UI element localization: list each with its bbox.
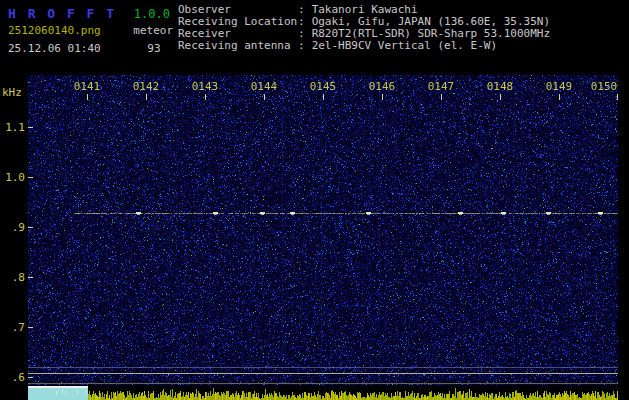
output-filename: 2512060140.png: [8, 24, 101, 37]
signal-level-strip-canvas: [28, 386, 618, 400]
spectrogram-plot: 0141014201430144014501460147014801490150: [28, 75, 618, 385]
info-value: 2el-HB9CV Vertical (el. E-W): [312, 39, 497, 52]
app-title: H R O F F T: [8, 6, 116, 21]
info-row-antenna: Receiving antenna:2el-HB9CV Vertical (el…: [178, 40, 550, 52]
mode-label: meteor: [133, 24, 173, 37]
y-axis-tick-label: .9: [12, 221, 25, 234]
meteor-count: 93: [147, 42, 160, 55]
title-line: H R O F F T 1.0.0: [8, 3, 173, 20]
y-axis-tick-label: 1.0: [5, 171, 25, 184]
app-version: 1.0.0: [134, 7, 170, 21]
hrofft-screen: H R O F F T 1.0.0 2512060140.png meteor …: [0, 0, 629, 400]
y-axis-tick-label: .7: [12, 321, 25, 334]
date-line: 25.12.06 01:40 93: [8, 42, 173, 55]
file-line: 2512060140.png meteor: [8, 24, 173, 37]
header-left: H R O F F T 1.0.0 2512060140.png meteor …: [8, 3, 173, 55]
y-axis-tick-label: .6: [12, 371, 25, 384]
spectrogram-canvas: [28, 75, 618, 385]
info-label: Receiving antenna: [178, 40, 298, 52]
observer-info-block: Observer:Takanori Kawachi Receiving Loca…: [178, 4, 550, 52]
y-axis-tick-label: .8: [12, 271, 25, 284]
y-axis-tick-label: 1.1: [5, 121, 25, 134]
y-axis-labels: 1.11.0.9.8.7.6: [0, 75, 26, 385]
info-colon: :: [298, 39, 305, 52]
observation-datetime: 25.12.06 01:40: [8, 42, 101, 55]
